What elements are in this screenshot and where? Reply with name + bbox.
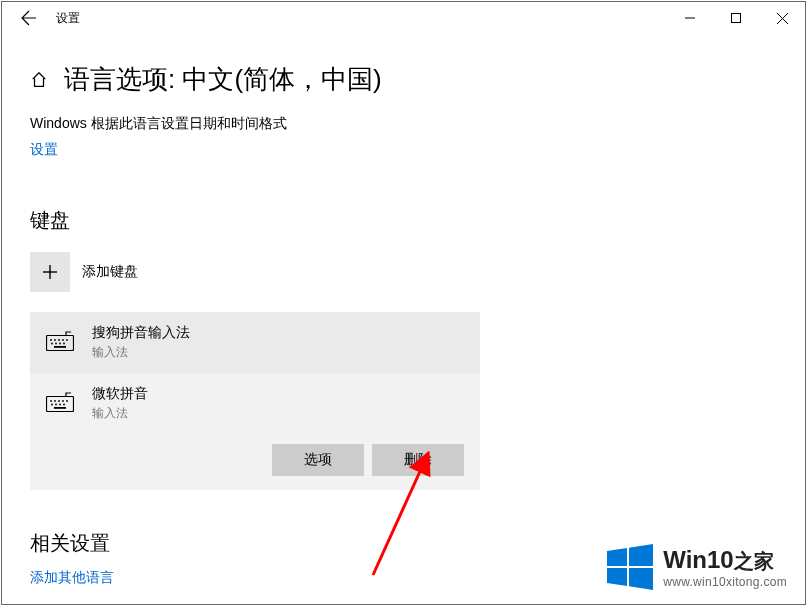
add-keyboard-button[interactable]: 添加键盘 (30, 252, 777, 292)
svg-point-21 (62, 400, 64, 402)
svg-point-18 (50, 400, 52, 402)
back-arrow-icon (21, 10, 37, 26)
svg-point-26 (63, 404, 65, 406)
watermark: Win10之家 www.win10xitong.com (607, 544, 787, 590)
add-other-language-link[interactable]: 添加其他语言 (30, 569, 114, 585)
keyboard-icon (46, 392, 74, 415)
add-keyboard-label: 添加键盘 (82, 263, 138, 281)
svg-point-10 (62, 339, 64, 341)
keyboard-item-actions: 选项 删除 (30, 434, 480, 490)
svg-point-7 (50, 339, 52, 341)
svg-rect-1 (732, 14, 741, 23)
svg-point-14 (59, 343, 61, 345)
svg-point-23 (51, 404, 53, 406)
watermark-suffix: 之家 (734, 550, 774, 572)
keyboard-item-microsoft-pinyin[interactable]: 微软拼音 输入法 (30, 373, 480, 434)
settings-link[interactable]: 设置 (30, 141, 58, 157)
home-icon[interactable] (30, 71, 48, 89)
svg-point-19 (54, 400, 56, 402)
watermark-title: Win10 (663, 546, 733, 573)
maximize-icon (731, 13, 741, 23)
options-button[interactable]: 选项 (272, 444, 364, 476)
titlebar: 设置 (2, 2, 805, 34)
back-button[interactable] (8, 2, 50, 34)
keyboard-subtitle: 输入法 (92, 344, 190, 361)
svg-point-22 (66, 400, 68, 402)
svg-point-15 (63, 343, 65, 345)
watermark-url: www.win10xitong.com (663, 575, 787, 589)
keyboard-subtitle: 输入法 (92, 405, 148, 422)
svg-point-12 (51, 343, 53, 345)
maximize-button[interactable] (713, 2, 759, 34)
keyboard-heading: 键盘 (30, 207, 777, 234)
keyboard-name: 搜狗拼音输入法 (92, 324, 190, 342)
datetime-format-info: Windows 根据此语言设置日期和时间格式 (30, 115, 777, 133)
svg-rect-27 (54, 407, 66, 409)
close-icon (777, 13, 788, 24)
window-title: 设置 (56, 10, 80, 27)
svg-rect-16 (54, 346, 66, 348)
keyboard-name: 微软拼音 (92, 385, 148, 403)
minimize-button[interactable] (667, 2, 713, 34)
plus-icon (30, 252, 70, 292)
close-button[interactable] (759, 2, 805, 34)
svg-point-13 (55, 343, 57, 345)
windows-logo-icon (607, 544, 653, 590)
minimize-icon (685, 13, 695, 23)
keyboard-item-sogou[interactable]: 搜狗拼音输入法 输入法 (30, 312, 480, 373)
svg-point-24 (55, 404, 57, 406)
svg-point-9 (58, 339, 60, 341)
delete-button[interactable]: 删除 (372, 444, 464, 476)
svg-point-25 (59, 404, 61, 406)
svg-point-20 (58, 400, 60, 402)
svg-point-8 (54, 339, 56, 341)
page-title: 语言选项: 中文(简体，中国) (64, 62, 382, 97)
keyboard-icon (46, 331, 74, 354)
svg-point-11 (66, 339, 68, 341)
